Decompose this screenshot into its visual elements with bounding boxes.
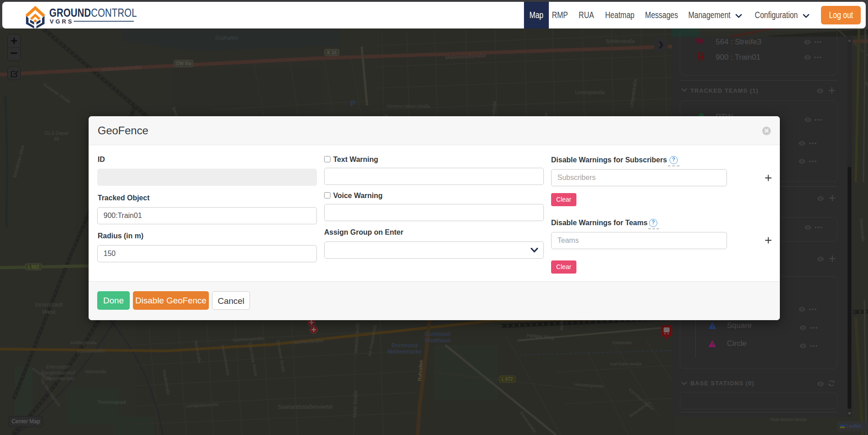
svg-text:Dortmund: Dortmund [392, 342, 417, 349]
svg-text:K 16: K 16 [327, 50, 337, 55]
svg-text:Ehemaliger: Ehemaliger [46, 364, 70, 369]
svg-text:Clemens-Veltum-Straße: Clemens-Veltum-Straße [387, 104, 430, 109]
svg-text:Karl-Zahn-Straße: Karl-Zahn-Straße [610, 362, 642, 366]
svg-text:Sonnenstraße: Sonnenstraße [77, 348, 106, 354]
svg-text:L 672: L 672 [502, 377, 513, 382]
svg-text:Möllerbrücke: Möllerbrücke [388, 349, 422, 355]
svg-text:Stadthaus: Stadthaus [425, 337, 451, 344]
svg-text:Lessingstraße: Lessingstraße [575, 90, 605, 95]
svg-text:GLS Depot: GLS Depot [45, 130, 69, 136]
svg-text:Mittelstraße: Mittelstraße [85, 369, 106, 374]
svg-text:L 663: L 663 [28, 265, 39, 270]
svg-text:Innenstadt: Innenstadt [35, 301, 63, 308]
svg-text:Dortmund: Dortmund [425, 331, 450, 337]
svg-text:46: 46 [54, 136, 59, 142]
svg-text:Südhafen: Südhafen [215, 35, 238, 41]
svg-text:Feldstraße: Feldstraße [613, 340, 632, 345]
svg-text:Tremoniapark: Tremoniapark [97, 399, 127, 405]
svg-text:Hohe Straße: Hohe Straße [352, 390, 358, 417]
svg-text:Saarlandstraßenviertel: Saarlandstraßenviertel [278, 404, 333, 410]
svg-text:Schillingstraße: Schillingstraße [70, 340, 97, 345]
svg-text:Schillerstraße: Schillerstraße [606, 38, 635, 44]
svg-text:OW IIIa: OW IIIa [176, 61, 191, 66]
svg-text:Rote-Becker-Straße: Rote-Becker-Straße [771, 417, 807, 422]
svg-text:P: P [350, 99, 355, 108]
svg-text:West: West [42, 308, 56, 315]
